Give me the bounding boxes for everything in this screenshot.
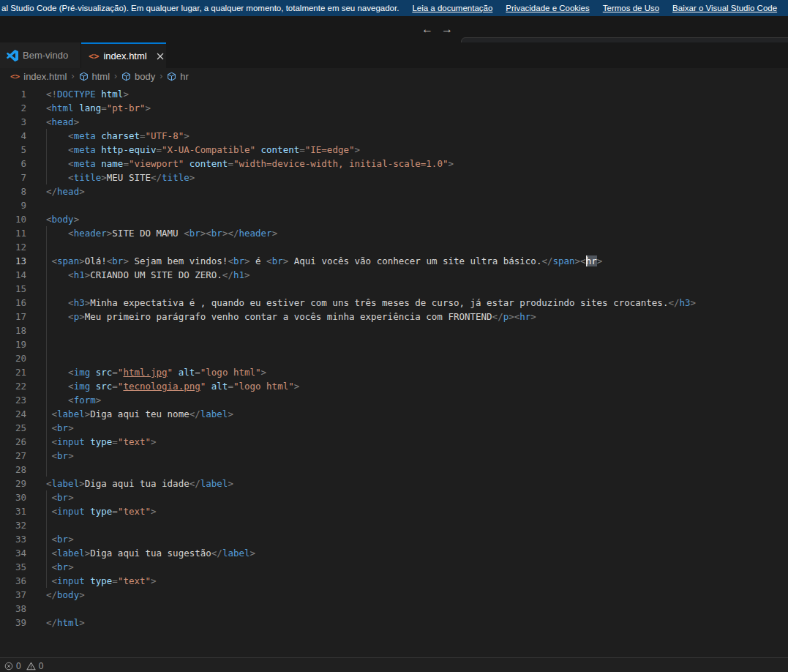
line-number[interactable]: 28 xyxy=(0,463,26,477)
code-token: name xyxy=(101,158,123,169)
line-number[interactable]: 29 xyxy=(0,477,26,490)
line-number[interactable]: 38 xyxy=(0,602,26,616)
line-number[interactable]: 2 xyxy=(0,101,26,115)
warnings-icon[interactable] xyxy=(26,662,36,671)
line-number[interactable]: 16 xyxy=(0,296,26,310)
code-line[interactable]: 38 xyxy=(0,602,788,616)
errors-icon[interactable] xyxy=(4,662,13,671)
breadcrumb-item-index-html[interactable]: <>index.html xyxy=(10,71,67,82)
code-line[interactable]: 37</body> xyxy=(0,588,788,602)
code-line[interactable]: 22 <img src="tecnologia.png" alt="logo h… xyxy=(0,379,788,393)
code-line[interactable]: 7 <title>MEU SITE</title> xyxy=(0,171,788,184)
code-line[interactable]: 16 <h3>Minha expectativa é , quando eu e… xyxy=(0,296,788,310)
line-number[interactable]: 27 xyxy=(0,449,26,463)
code-line[interactable]: 17 <p>Meu primeiro parágrafo venho conta… xyxy=(0,310,788,324)
breadcrumb-item-hr[interactable]: hr xyxy=(167,71,189,82)
line-number[interactable]: 19 xyxy=(0,337,26,351)
banner-link[interactable]: Termos de Uso xyxy=(603,4,659,12)
code-line[interactable]: 35 <br> xyxy=(0,560,788,574)
code-line[interactable]: 26 <input type="text"> xyxy=(0,435,788,449)
code-line[interactable]: 36 <input type="text"> xyxy=(0,574,788,588)
line-number[interactable]: 36 xyxy=(0,574,26,588)
code-line[interactable]: 9 xyxy=(0,198,788,212)
code-line[interactable]: 3<head> xyxy=(0,115,788,129)
code-line[interactable]: 25 <br> xyxy=(0,421,788,435)
banner-link[interactable]: Baixar o Visual Studio Code xyxy=(672,4,777,12)
code-line[interactable]: 23 <form> xyxy=(0,393,788,407)
line-number[interactable]: 8 xyxy=(0,184,26,198)
code-line[interactable]: 32 xyxy=(0,518,788,532)
code-line[interactable]: 1<!DOCTYPE html> xyxy=(0,87,788,101)
code-line[interactable]: 28 xyxy=(0,463,788,477)
code-line[interactable]: 8</head> xyxy=(0,184,788,198)
line-number[interactable]: 7 xyxy=(0,171,26,184)
forward-arrow-icon[interactable]: → xyxy=(439,21,455,37)
code-line[interactable]: 19 xyxy=(0,337,788,351)
code-line[interactable]: 2<html lang="pt-br"> xyxy=(0,101,788,115)
code-line[interactable]: 11 <header>SITE DO MAMU <br><br></header… xyxy=(0,226,788,240)
line-number[interactable]: 25 xyxy=(0,421,26,435)
warnings-count[interactable]: 0 xyxy=(39,661,44,671)
back-arrow-icon[interactable]: ← xyxy=(419,21,435,37)
code-token: > xyxy=(355,144,361,155)
line-number[interactable]: 15 xyxy=(0,282,26,296)
line-number[interactable]: 20 xyxy=(0,351,26,365)
line-number[interactable]: 32 xyxy=(0,518,26,532)
line-number[interactable]: 23 xyxy=(0,393,26,407)
code-line[interactable]: 33 <br> xyxy=(0,532,788,546)
line-number[interactable]: 12 xyxy=(0,240,26,254)
line-number[interactable]: 35 xyxy=(0,560,26,574)
code-token: > xyxy=(68,450,74,461)
code-line[interactable]: 34 <label>Diga aqui tua sugestão</label> xyxy=(0,546,788,560)
code-token: < xyxy=(46,214,52,225)
code-line[interactable]: 12 xyxy=(0,240,788,254)
code-line[interactable]: 15 xyxy=(0,282,788,296)
code-line[interactable]: 31 <input type="text"> xyxy=(0,504,788,518)
breadcrumb-item-body[interactable]: body xyxy=(121,71,155,82)
line-number[interactable]: 22 xyxy=(0,379,26,393)
close-tab-icon[interactable] xyxy=(157,53,164,60)
code-line[interactable]: 27 <br> xyxy=(0,449,788,463)
line-number[interactable]: 37 xyxy=(0,588,26,602)
errors-count[interactable]: 0 xyxy=(16,661,21,671)
line-number[interactable]: 10 xyxy=(0,212,26,226)
line-number[interactable]: 21 xyxy=(0,365,26,379)
line-number[interactable]: 31 xyxy=(0,504,26,518)
code-line[interactable]: 20 xyxy=(0,351,788,365)
code-line[interactable]: 4 <meta charset="UTF-8"> xyxy=(0,129,788,143)
line-number[interactable]: 14 xyxy=(0,268,26,282)
code-line[interactable]: 10<body> xyxy=(0,212,788,226)
line-number[interactable]: 33 xyxy=(0,532,26,546)
line-number[interactable]: 13 xyxy=(0,254,26,268)
line-number[interactable]: 4 xyxy=(0,129,26,143)
line-number[interactable]: 17 xyxy=(0,310,26,324)
code-line[interactable]: 29<label>Diga aqui tua idade</label> xyxy=(0,477,788,490)
line-number[interactable]: 5 xyxy=(0,143,26,157)
line-number[interactable]: 6 xyxy=(0,157,26,171)
tab-bem-vindo[interactable]: Bem-vindo xyxy=(0,42,81,68)
line-number[interactable]: 11 xyxy=(0,226,26,240)
line-number[interactable]: 39 xyxy=(0,616,26,630)
code-line[interactable]: 24 <label>Diga aqui teu nome</label> xyxy=(0,407,788,421)
banner-link[interactable]: Privacidade e Cookies xyxy=(506,4,589,12)
breadcrumb-item-html[interactable]: html xyxy=(79,71,110,82)
line-number[interactable]: 24 xyxy=(0,407,26,421)
line-number[interactable]: 26 xyxy=(0,435,26,449)
code-line[interactable]: 14 <h1>CRIANDO UM SITE DO ZERO.</h1> xyxy=(0,268,788,282)
code-line[interactable]: 6 <meta name="viewport" content="width=d… xyxy=(0,157,788,171)
code-line[interactable]: 21 <img src="html.jpg" alt="logo html"> xyxy=(0,365,788,379)
line-number[interactable]: 1 xyxy=(0,87,26,101)
code-line[interactable]: 5 <meta http-equiv="X-UA-Compatible" con… xyxy=(0,143,788,157)
code-line[interactable]: 39</html> xyxy=(0,616,788,630)
code-line[interactable]: 30 <br> xyxy=(0,490,788,504)
line-number[interactable]: 30 xyxy=(0,490,26,504)
line-number[interactable]: 3 xyxy=(0,115,26,129)
line-number[interactable]: 9 xyxy=(0,198,26,212)
line-number[interactable]: 34 xyxy=(0,546,26,560)
code-line[interactable]: 18 xyxy=(0,324,788,337)
banner-link[interactable]: Leia a documentação xyxy=(412,4,492,12)
line-number[interactable]: 18 xyxy=(0,324,26,337)
editor[interactable]: 1<!DOCTYPE html>2<html lang="pt-br">3<he… xyxy=(0,84,788,657)
code-line[interactable]: 13 <span>Olá!<br> Sejam bem vindos!<br> … xyxy=(0,254,788,268)
tab-index-html[interactable]: <> index.html xyxy=(81,42,166,68)
